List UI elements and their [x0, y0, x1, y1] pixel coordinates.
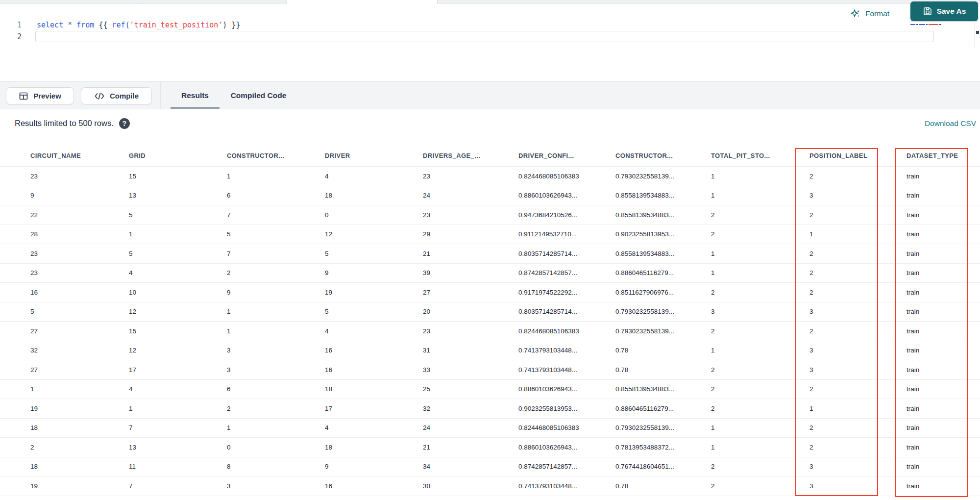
table-cell: 5: [325, 250, 423, 257]
table-cell: 23: [423, 211, 518, 219]
preview-button-label: Preview: [33, 92, 61, 100]
column-header-driver-confi: DRIVER_CONFI...: [518, 152, 615, 159]
sql-editor[interactable]: 1 2 select * from {{ ref('train_test_pos…: [0, 4, 980, 81]
active-line-highlight[interactable]: [35, 31, 934, 42]
table-cell: 0: [325, 211, 423, 219]
table-cell: train: [906, 424, 980, 431]
table-cell: 0: [227, 444, 325, 451]
table-cell: 18: [30, 463, 129, 470]
table-cell: train: [906, 385, 980, 393]
table-row: 281512290.9112149532710...0.902325581395…: [0, 225, 980, 245]
code-token: *: [68, 21, 72, 29]
table-cell: 3: [227, 482, 325, 490]
table-cell: 28: [30, 230, 129, 238]
save-as-button[interactable]: Save As: [910, 1, 978, 21]
table-cell: 7: [129, 424, 227, 431]
table-cell: 2: [809, 444, 906, 451]
table-row: 22570230.9473684210526...0.8558139534883…: [0, 205, 980, 225]
table-cell: 9: [325, 269, 423, 276]
column-header-dataset-type: DATASET_TYPE: [906, 152, 980, 159]
table-cell: 3: [809, 463, 906, 470]
table-cell: 21: [423, 250, 518, 257]
column-header-total-pit-sto: TOTAL_PIT_STO...: [711, 152, 809, 159]
code-token: from: [76, 21, 94, 29]
compile-button[interactable]: Compile: [81, 87, 152, 104]
table-row: 14618250.8860103626943...0.8558139534883…: [0, 380, 980, 400]
scrollbar-handle[interactable]: [976, 31, 979, 34]
table-cell: 0.8860103626943...: [518, 192, 615, 199]
download-csv-link[interactable]: Download CSV: [925, 109, 976, 137]
column-header-position-label: POSITION_LABEL: [809, 152, 906, 159]
results-toolbar: Preview Compile Results Compiled Code: [0, 81, 980, 109]
format-button[interactable]: Format: [850, 6, 889, 22]
table-cell: train: [906, 269, 980, 276]
preview-button[interactable]: Preview: [6, 87, 74, 104]
table-cell: 2: [809, 250, 906, 257]
code-token: 'train_test_position': [130, 21, 223, 29]
table-row: 23575210.8035714285714...0.8558139534883…: [0, 244, 980, 264]
table-cell: 2: [711, 463, 809, 470]
table-cell: 2: [711, 327, 809, 335]
table-cell: 24: [423, 424, 518, 431]
table-cell: 0.9171974522292...: [518, 289, 615, 296]
table-cell: train: [906, 444, 980, 451]
help-icon[interactable]: ?: [119, 118, 130, 129]
table-row: 2717316330.7413793103448...0.7823train: [0, 360, 980, 380]
table-cell: 1: [711, 192, 809, 199]
tab-results[interactable]: Results: [171, 82, 220, 109]
table-cell: 2: [809, 269, 906, 276]
table-cell: 23: [30, 173, 129, 180]
active-file-tab[interactable]: [286, 0, 438, 4]
code-token: [72, 21, 76, 29]
table-cell: 2: [227, 405, 325, 412]
table-cell: 23: [30, 269, 129, 276]
table-cell: 23: [30, 250, 129, 257]
table-cell: 2: [711, 289, 809, 296]
tab-compiled-code[interactable]: Compiled Code: [223, 82, 294, 109]
table-cell: 31: [423, 347, 518, 354]
table-cell: 2: [227, 269, 325, 276]
table-cell: 2: [711, 230, 809, 238]
tab-compiled-code-label: Compiled Code: [231, 91, 287, 100]
table-cell: 7: [227, 211, 325, 219]
table-cell: 1: [227, 308, 325, 315]
table-cell: 22: [30, 211, 129, 219]
editor-minimap[interactable]: [910, 24, 941, 25]
table-cell: 0.7813953488372...: [615, 444, 711, 451]
code-line-1[interactable]: select * from {{ ref('train_test_positio…: [37, 20, 240, 30]
table-cell: 1: [809, 405, 906, 412]
table-cell: 18: [325, 444, 423, 451]
table-cell: 6: [227, 192, 325, 199]
table-row: 197316300.7413793103448...0.7823train: [0, 476, 980, 496]
table-cell: train: [906, 192, 980, 199]
table-cell: 1: [129, 405, 227, 412]
column-header-constructor: CONSTRUCTOR...: [615, 152, 711, 159]
minimap-mark: [919, 24, 925, 25]
table-cell: train: [906, 347, 980, 354]
table-cell: 1: [711, 269, 809, 276]
table-cell: 0.8860103626943...: [518, 385, 615, 393]
table-cell: 0.824468085106383: [518, 173, 615, 180]
table-cell: train: [906, 405, 980, 412]
table-cell: 16: [30, 289, 129, 296]
table-cell: 11: [129, 463, 227, 470]
table-cell: 0.78: [615, 347, 711, 354]
table-row: 51215200.8035714285714...0.7930232558139…: [0, 302, 980, 322]
table-cell: 0.8860465116279...: [615, 269, 711, 276]
table-cell: 4: [129, 385, 227, 393]
file-tab-strip[interactable]: [0, 0, 980, 4]
table-cell: train: [906, 366, 980, 374]
table-cell: 4: [325, 424, 423, 431]
table-cell: 2: [711, 405, 809, 412]
table-cell: 0.8035714285714...: [518, 250, 615, 257]
table-cell: 1: [227, 327, 325, 335]
table-cell: train: [906, 250, 980, 257]
table-cell: 18: [325, 192, 423, 199]
table-cell: 16: [325, 347, 423, 354]
table-cell: 0.8860465116279...: [615, 405, 711, 412]
table-cell: 0.7930232558139...: [615, 424, 711, 431]
table-cell: 5: [227, 230, 325, 238]
tab-divider: [438, 0, 438, 4]
table-cell: 9: [227, 289, 325, 296]
column-header-grid: GRID: [129, 152, 227, 159]
